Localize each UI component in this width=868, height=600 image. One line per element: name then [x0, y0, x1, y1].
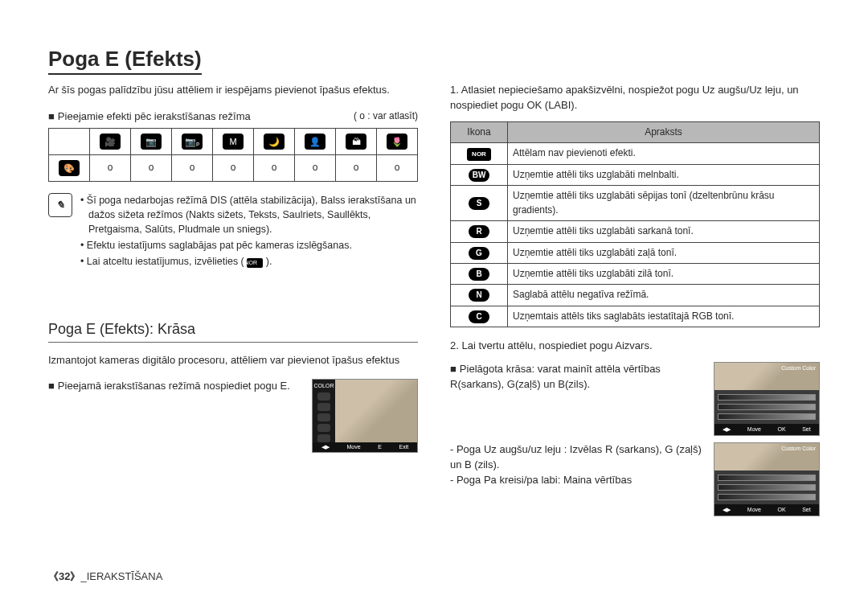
section-intro: Izmantojot kameras digitālo procesoru, a…: [48, 353, 418, 368]
effect-icon-red: R: [469, 225, 489, 238]
mode-cell: o: [213, 154, 254, 181]
screen-foot-set: Set: [802, 425, 811, 434]
table-row: SUzņemtie attēli tiks uzglabāti sēpijas …: [451, 186, 820, 221]
effects-table: Ikona Apraksts NORAttēlam nav pievienoti…: [450, 121, 820, 328]
left-column: Ar šīs pogas palīdzību jūsu attēliem ir …: [48, 47, 418, 523]
note-item: Lai atceltu iestatījumus, izvēlieties ( …: [80, 254, 418, 269]
effect-icon-custom: C: [469, 310, 489, 323]
screen-nav-icon: ◀▶: [723, 425, 731, 434]
screen-preview-image: [335, 380, 417, 442]
effect-icon-green: G: [469, 247, 489, 260]
step2-text: 2. Lai tvertu attēlu, nospiediet pogu Ai…: [450, 339, 820, 354]
mode-icon-portrait: 👤: [295, 128, 336, 154]
mode-cell: o: [254, 154, 295, 181]
mode-cell: o: [172, 154, 213, 181]
note-icon: ✎: [48, 193, 72, 217]
screen-foot-ok: OK: [777, 425, 785, 434]
mode-icon-camera: 📷: [131, 128, 172, 154]
modes-table: 🎥 📷 📷ₚ M 🌙 👤 🏔 🌷 🎨 o o o o o o o o: [48, 128, 418, 182]
right-column: 1. Atlasiet nepieciešamo apakšizvēlni, n…: [450, 47, 820, 523]
mode-col-blank: [49, 128, 90, 154]
slider-g: [718, 484, 816, 491]
table-row: BWUzņemtie attēli tiks uzglabāti melnbal…: [451, 165, 820, 186]
table-row: NSaglabā attēlu negatīva režīmā.: [451, 285, 820, 306]
screen-foot-e: E: [378, 443, 382, 451]
screen-nav-icon: ◀▶: [723, 506, 731, 514]
effect-desc: Uzņemtie attēli tiks uzglabāti melnbalti…: [508, 165, 820, 186]
page-title: Poga E (Efekts): [48, 47, 202, 75]
mode-cell: o: [295, 154, 336, 181]
mode-cell: o: [377, 154, 418, 181]
note-item: Šī poga nedarbojas režīmā DIS (attēla st…: [80, 193, 418, 236]
bullet-updown: - Poga Uz augšu/uz leju : Izvēlas R (sar…: [450, 442, 706, 473]
table-row: CUzņemtais attēls tiks saglabāts iestatī…: [451, 306, 820, 327]
table-row: NORAttēlam nav pievienoti efekti.: [451, 143, 820, 165]
note-box: ✎ Šī poga nedarbojas režīmā DIS (attēla …: [48, 193, 418, 271]
table-row: BUzņemtie attēli tiks uzglabāti zilā ton…: [451, 264, 820, 285]
screen-option-icon: [317, 424, 330, 432]
screen-option-icon: [317, 434, 330, 442]
mode-icon-night: 🌙: [254, 128, 295, 154]
screen-title: Custom Color: [781, 445, 816, 453]
modes-legend: ( o : var atlasīt): [354, 109, 418, 125]
slider-g: [718, 404, 816, 410]
screen-foot-set: Set: [802, 506, 811, 514]
effect-icon-nor: NOR: [467, 148, 491, 161]
mode-icon-landscape: 🏔: [336, 128, 377, 154]
effect-desc: Uzņemtais attēls tiks saglabāts iestatīt…: [508, 306, 820, 327]
mode-icon-macro: 🌷: [377, 128, 418, 154]
section-title-color: Poga E (Efekts): Krāsa: [48, 318, 418, 343]
table-row: RUzņemtie attēli tiks uzglabāti sarkanā …: [451, 221, 820, 242]
effect-desc: Uzņemtie attēli tiks uzglabāti sēpijas t…: [508, 186, 820, 221]
screen-nav-icon: ◀▶: [321, 443, 330, 451]
modes-available-label: ■Pieejamie efekti pēc ierakstīšanas režī…: [48, 109, 251, 125]
effect-icon-sepia: S: [469, 197, 489, 210]
th-desc: Apraksts: [508, 121, 820, 142]
effect-desc: Uzņemtie attēli tiks uzglabāti sarkanā t…: [508, 221, 820, 242]
step-press-e: ■Pieejamā ierakstīšanas režīmā nospiedie…: [48, 379, 304, 453]
screen-foot-ok: OK: [777, 506, 785, 514]
effect-icon-blue: B: [469, 268, 489, 281]
slider-b: [718, 494, 816, 500]
table-row: GUzņemtie attēli tiks uzglabāti zaļā ton…: [451, 242, 820, 263]
screen-foot-move: Move: [346, 443, 360, 451]
intro-text: Ar šīs pogas palīdzību jūsu attēliem ir …: [48, 83, 418, 98]
slider-r: [718, 394, 816, 401]
page-number: 《32》: [48, 570, 80, 582]
screen-foot-move: Move: [747, 506, 761, 514]
mode-cell: o: [131, 154, 172, 181]
slider-b: [718, 413, 816, 420]
note-item: Efektu iestatījums saglabājas pat pēc ka…: [80, 238, 418, 253]
effect-icon-negative: N: [469, 289, 489, 302]
screen-foot-move: Move: [747, 425, 761, 434]
screen-title: Custom Color: [781, 364, 816, 372]
camera-screen-custom2: Custom Color ◀▶ Move OK Set: [714, 442, 820, 516]
mode-cell: o: [90, 154, 131, 181]
effect-desc: Uzņemtie attēli tiks uzglabāti zilā tonī…: [508, 264, 820, 285]
footer-section: _IERAKSTĪŠANA: [80, 570, 162, 582]
effect-desc: Attēlam nav pievienoti efekti.: [508, 143, 820, 165]
bullet-leftright: - Poga Pa kreisi/pa labi: Maina vērtības: [450, 473, 706, 488]
mode-icon-movie: 🎥: [90, 128, 131, 154]
camera-screen-custom1: Custom Color ◀▶ Move OK Set: [714, 362, 820, 436]
effect-desc: Saglabā attēlu negatīva režīmā.: [508, 285, 820, 306]
slider-r: [718, 475, 816, 481]
custom-color-label: ■Pielāgota krāsa: varat mainīt attēla vē…: [450, 362, 706, 436]
page-footer: 《32》_IERAKSTĪŠANA: [48, 569, 162, 584]
custom-color-bullets: - Poga Uz augšu/uz leju : Izvēlas R (sar…: [450, 442, 706, 516]
screen-side-title: COLOR: [314, 382, 334, 390]
effect-icon-bw: BW: [469, 169, 489, 182]
mode-icon-camera-p: 📷ₚ: [172, 128, 213, 154]
th-icon: Ikona: [451, 121, 508, 142]
screen-option-icon: [317, 413, 330, 421]
mode-icon-m: M: [213, 128, 254, 154]
screen-option-icon: [317, 403, 330, 411]
mode-cell: o: [336, 154, 377, 181]
effect-desc: Uzņemtie attēli tiks uzglabāti zaļā tonī…: [508, 242, 820, 263]
step1-text: 1. Atlasiet nepieciešamo apakšizvēlni, n…: [450, 83, 820, 113]
camera-screen-color: COLOR ◀▶ Move E Exit: [312, 379, 418, 453]
screen-option-icon: [317, 392, 330, 401]
mode-row-palette: 🎨: [49, 154, 90, 181]
screen-foot-exit: Exit: [399, 443, 408, 451]
